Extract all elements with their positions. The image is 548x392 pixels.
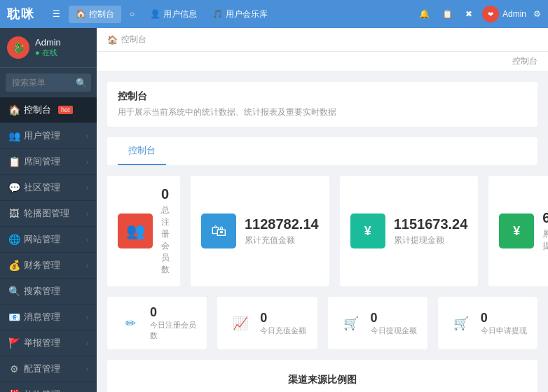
stats-row-1: 👥 0 总注册会员数 🛍 1128782.14 累计充值金额 ¥ xyxy=(107,176,537,286)
avatar: ❤ xyxy=(482,6,499,22)
today-members-value: 0 xyxy=(150,305,196,320)
chevron-right-icon: › xyxy=(86,236,88,244)
finance-icon: 💰 xyxy=(8,260,20,271)
admin-label: Admin xyxy=(502,9,526,19)
nav-music-library[interactable]: 🎵 用户会乐库 xyxy=(205,6,275,23)
nav-dashboard[interactable]: 🏠 控制台 xyxy=(69,6,121,23)
today-recharge-icon: 📈 xyxy=(228,311,253,336)
sidebar-item-search[interactable]: 🔍 搜索管理 xyxy=(0,279,97,304)
sidebar-search-box: 🔍 xyxy=(0,68,97,97)
report-icon: 🚩 xyxy=(8,337,20,349)
user-name: Admin xyxy=(35,37,61,48)
admin-badge[interactable]: ❤ Admin xyxy=(482,6,526,22)
chart-section: 渠道来源比例图 xyxy=(107,360,537,392)
tab-bar: 控制台 xyxy=(107,137,537,165)
total-withdrawal-value: 1151673.24 xyxy=(394,216,468,232)
stat-card-recharge: 🛍 1128782.14 累计充值金额 xyxy=(191,176,329,286)
search-icon[interactable]: 🔍 xyxy=(76,78,87,88)
total-members-value: 0 xyxy=(161,186,170,202)
sidebar-item-gifts[interactable]: 🎁 礼物管理 › xyxy=(0,382,97,392)
sidebar-item-finance[interactable]: 💰 财务管理 › xyxy=(0,253,97,279)
chevron-right-icon: › xyxy=(86,314,88,321)
brand-logo: 耽咪 xyxy=(7,6,35,22)
close-icon[interactable]: ✖ xyxy=(463,6,475,22)
chevron-right-icon: › xyxy=(86,340,88,347)
user-icon: 👤 xyxy=(150,9,160,19)
today-withdrawal-label: 今日提现金额 xyxy=(371,326,417,336)
config-icon: ⚙ xyxy=(8,363,20,374)
chevron-right-icon: › xyxy=(86,158,88,166)
withdrawal-icon: ¥ xyxy=(350,214,385,248)
total-recharge-label: 累计充值金额 xyxy=(245,234,319,246)
nav-menu-toggle[interactable]: ☰ xyxy=(46,6,67,22)
chevron-right-icon: › xyxy=(86,210,88,218)
page-title-section: 控制台 用于展示当前系统中的统计数据、统计报表及重要实时数据 xyxy=(107,82,537,127)
stat-card-withdrawal: ¥ 1151673.24 累计提现金额 xyxy=(340,176,479,286)
page-description: 用于展示当前系统中的统计数据、统计报表及重要实时数据 xyxy=(118,106,527,118)
carousel-icon: 🖼 xyxy=(8,208,20,219)
chevron-right-icon: › xyxy=(86,262,88,270)
settings-icon[interactable]: ⚙ xyxy=(533,9,541,19)
today-members-label: 今日注册会员数 xyxy=(150,320,196,341)
music-icon: 🎵 xyxy=(212,9,223,19)
apply-withdrawal-icon: ¥ xyxy=(499,214,534,248)
sidebar: 🐉 Admin ● 在线 🔍 🏠 控制台 hot 👥 用户管理 › xyxy=(0,28,97,392)
today-apply-value: 0 xyxy=(481,311,527,326)
total-apply-withdrawal-label: 累计申请提现金额 xyxy=(542,228,548,252)
circle-icon: ○ xyxy=(130,9,135,19)
tab-dashboard[interactable]: 控制台 xyxy=(118,137,166,165)
today-apply-icon: 🛒 xyxy=(448,311,474,336)
breadcrumb: 🏠 控制台 xyxy=(97,28,548,52)
sidebar-item-messages[interactable]: 📧 消息管理 › xyxy=(0,304,97,330)
total-members-label: 总注册会员数 xyxy=(161,204,170,276)
total-withdrawal-label: 累计提现金额 xyxy=(394,234,468,246)
stat-card-members: 👥 0 总注册会员数 xyxy=(107,176,180,286)
message-icon: 📧 xyxy=(8,312,20,323)
chart-title: 渠道来源比例图 xyxy=(121,374,523,386)
clipboard-icon[interactable]: 📋 xyxy=(439,6,455,22)
sidebar-item-website[interactable]: 🌐 网站管理 › xyxy=(0,227,97,253)
hot-badge: hot xyxy=(58,106,73,114)
sidebar-item-config[interactable]: ⚙ 配置管理 › xyxy=(0,356,97,382)
sidebar-item-reports[interactable]: 🚩 举报管理 › xyxy=(0,330,97,356)
breadcrumb-text: 控制台 xyxy=(121,34,146,46)
sidebar-item-seat-management[interactable]: 📋 席间管理 › xyxy=(0,149,97,175)
total-recharge-value: 1128782.14 xyxy=(245,216,319,232)
today-apply-label: 今日申请提现 xyxy=(481,326,527,336)
chevron-right-icon: › xyxy=(86,132,88,140)
today-recharge-label: 今日充值金额 xyxy=(260,326,306,336)
stat-card-today-recharge: 📈 0 今日充值金额 xyxy=(217,297,317,349)
user-panel: 🐉 Admin ● 在线 xyxy=(0,28,97,68)
recharge-icon: 🛍 xyxy=(201,214,236,248)
user-status: ● 在线 xyxy=(35,48,61,58)
sidebar-item-community[interactable]: 💬 社区管理 › xyxy=(0,175,97,201)
top-navigation: 耽咪 ☰ 🏠 控制台 ○ 👤 用户信息 🎵 用户会乐库 🔔 📋 ✖ xyxy=(0,0,548,28)
sidebar-item-dashboard[interactable]: 🏠 控制台 hot xyxy=(0,97,97,123)
sidebar-item-user-management[interactable]: 👥 用户管理 › xyxy=(0,123,97,149)
nav-user-info[interactable]: 👤 用户信息 xyxy=(143,6,204,23)
seat-icon: 📋 xyxy=(8,156,20,167)
avatar: 🐉 xyxy=(7,36,29,59)
notification-icon[interactable]: 🔔 xyxy=(416,6,432,22)
nav-circle[interactable]: ○ xyxy=(123,6,142,22)
chevron-right-icon: › xyxy=(86,184,88,192)
home-icon: 🏠 xyxy=(76,9,86,19)
gift-icon: 🎁 xyxy=(8,389,20,392)
today-withdrawal-icon: 🛒 xyxy=(338,311,364,336)
stat-card-today-members: ✏ 0 今日注册会员数 xyxy=(107,297,207,349)
stat-card-today-withdrawal: 🛒 0 今日提现金额 xyxy=(328,297,427,349)
website-icon: 🌐 xyxy=(8,234,20,245)
dashboard-icon: 🏠 xyxy=(8,104,20,115)
users-icon: 👥 xyxy=(8,130,20,141)
members-icon: 👥 xyxy=(118,214,153,248)
today-withdrawal-value: 0 xyxy=(371,311,417,326)
search-mgmt-icon: 🔍 xyxy=(8,286,20,297)
menu-icon: ☰ xyxy=(53,9,60,19)
community-icon: 💬 xyxy=(8,182,20,193)
top-nav-right: 🔔 📋 ✖ ❤ Admin ⚙ xyxy=(416,6,541,22)
page-title: 控制台 xyxy=(118,90,527,103)
top-nav-menu: ☰ 🏠 控制台 ○ 👤 用户信息 🎵 用户会乐库 xyxy=(46,6,275,23)
sidebar-item-carousel[interactable]: 🖼 轮播图管理 › xyxy=(0,201,97,227)
stats-row-2: ✏ 0 今日注册会员数 📈 0 今日充值金额 🛒 0 xyxy=(107,297,537,349)
stat-card-apply-withdrawal: ¥ 69727 累计申请提现金额 xyxy=(488,176,548,286)
